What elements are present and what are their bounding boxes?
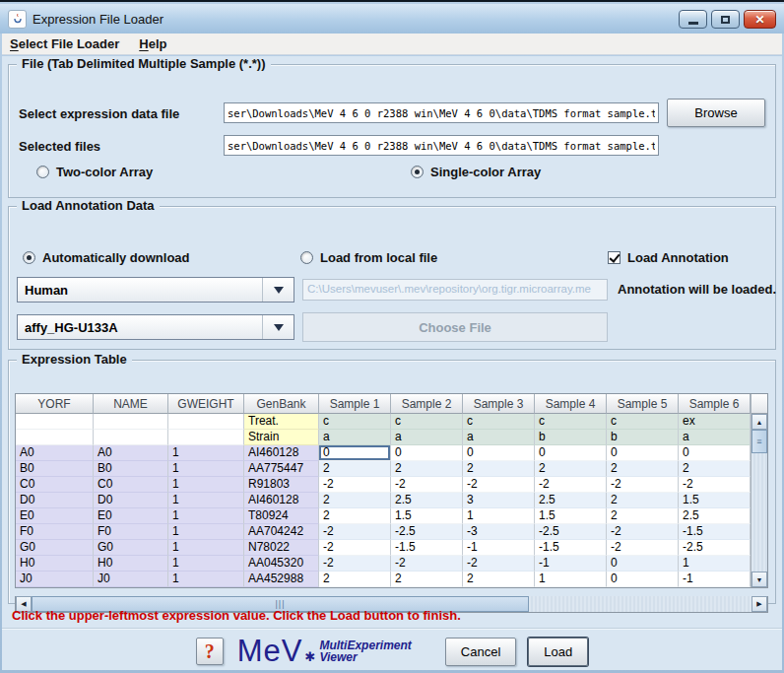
expression-value-cell[interactable]: 0 (463, 445, 535, 461)
local-file-radio[interactable]: Load from local file (300, 250, 437, 265)
gene-cell[interactable]: F0 (16, 524, 94, 540)
minimize-button[interactable] (679, 10, 707, 29)
menu-select-file-loader[interactable]: Select File Loader (10, 36, 119, 51)
column-header[interactable]: NAME (94, 394, 168, 414)
expression-value-cell[interactable]: 2.5 (391, 493, 463, 508)
gene-cell[interactable]: J0 (94, 572, 168, 587)
gene-cell[interactable]: 1 (168, 493, 244, 508)
expression-value-cell[interactable]: 2 (607, 493, 679, 508)
expression-value-cell[interactable]: 2 (319, 508, 391, 524)
expression-value-cell[interactable]: 1 (463, 508, 535, 524)
scroll-up-arrow[interactable]: ▲ (751, 414, 767, 430)
cancel-button[interactable]: Cancel (445, 638, 516, 666)
annotation-value-cell[interactable]: a (463, 430, 535, 445)
annotation-value-cell[interactable]: a (391, 430, 463, 445)
column-header[interactable]: Sample 6 (679, 394, 751, 414)
scroll-down-arrow[interactable]: ▼ (751, 572, 767, 587)
annotation-value-cell[interactable]: c (607, 414, 679, 430)
gene-cell[interactable]: AI460128 (244, 445, 319, 461)
array-combobox[interactable]: affy_HG-U133A (17, 314, 294, 340)
expression-value-cell[interactable]: 0 (607, 556, 679, 572)
expression-value-cell[interactable]: 0 (535, 445, 607, 461)
expression-value-cell[interactable]: -1.5 (535, 540, 607, 556)
expression-value-cell[interactable]: -2.5 (535, 524, 607, 540)
expression-value-cell[interactable]: 2 (391, 461, 463, 477)
annotation-value-cell[interactable]: b (535, 430, 607, 445)
gene-cell[interactable]: B0 (94, 461, 168, 477)
gene-cell[interactable]: 1 (168, 461, 244, 477)
expression-value-cell[interactable]: -2 (607, 540, 679, 556)
gene-cell[interactable]: H0 (94, 556, 168, 572)
expression-value-cell[interactable]: 2.5 (535, 493, 607, 508)
expression-value-cell[interactable]: -2 (535, 477, 607, 493)
expression-value-cell[interactable]: -2.5 (391, 524, 463, 540)
gene-cell[interactable]: 1 (168, 508, 244, 524)
gene-cell[interactable]: AA045320 (244, 556, 319, 572)
expression-value-cell[interactable]: 2 (463, 572, 535, 587)
expression-value-cell[interactable]: 0 (391, 445, 463, 461)
expression-value-cell[interactable]: -1 (463, 540, 535, 556)
expression-value-cell[interactable]: -3 (463, 524, 535, 540)
gene-cell[interactable]: AI460128 (244, 493, 319, 508)
maximize-button[interactable] (711, 10, 740, 29)
gene-cell[interactable]: 1 (168, 445, 244, 461)
expression-value-cell[interactable]: 1.5 (391, 508, 463, 524)
expression-value-cell[interactable]: -2 (319, 540, 391, 556)
expression-value-cell[interactable]: 3 (463, 493, 535, 508)
expression-value-cell[interactable]: 0 (319, 445, 391, 461)
annotation-label-cell[interactable]: Strain (244, 430, 319, 445)
gene-cell[interactable]: B0 (16, 461, 94, 477)
column-header[interactable]: GWEIGHT (168, 394, 244, 414)
expression-value-cell[interactable]: -2 (607, 524, 679, 540)
horizontal-scrollbar-track[interactable] (529, 596, 751, 612)
single-color-radio[interactable]: Single-color Array (411, 165, 541, 179)
vertical-scrollbar-thumb[interactable]: ≡ (751, 430, 767, 453)
column-header[interactable]: Sample 4 (535, 394, 607, 414)
expression-value-cell[interactable]: -1 (679, 572, 751, 587)
gene-cell[interactable]: C0 (16, 477, 94, 493)
expression-value-cell[interactable]: -2 (463, 556, 535, 572)
scroll-right-arrow[interactable]: ▶ (751, 596, 767, 612)
gene-cell[interactable]: 1 (168, 572, 244, 587)
expression-value-cell[interactable]: 2 (535, 461, 607, 477)
gene-cell[interactable]: T80924 (244, 508, 319, 524)
expression-value-cell[interactable]: 1 (679, 556, 751, 572)
expression-value-cell[interactable]: -1.5 (391, 540, 463, 556)
expression-value-cell[interactable]: 0 (679, 445, 751, 461)
annotation-label-cell[interactable]: Treat. (244, 414, 319, 430)
expression-value-cell[interactable]: 2 (319, 461, 391, 477)
annotation-value-cell[interactable]: a (319, 430, 391, 445)
gene-cell[interactable]: E0 (94, 508, 168, 524)
expression-value-cell[interactable]: -2 (391, 477, 463, 493)
gene-cell[interactable]: H0 (16, 556, 94, 572)
vertical-scrollbar-track[interactable] (751, 453, 767, 572)
gene-cell[interactable]: 1 (168, 540, 244, 556)
gene-cell[interactable]: D0 (16, 493, 94, 508)
expression-value-cell[interactable]: -1.5 (679, 524, 751, 540)
annotation-value-cell[interactable]: b (607, 430, 679, 445)
column-header[interactable]: Sample 2 (391, 394, 463, 414)
column-header[interactable]: Sample 1 (319, 394, 391, 414)
gene-cell[interactable]: N78022 (244, 540, 319, 556)
column-header[interactable]: GenBank (244, 394, 319, 414)
vertical-scrollbar[interactable]: ▲ ≡ ▼ (751, 394, 767, 587)
expression-value-cell[interactable]: 2 (391, 572, 463, 587)
gene-cell[interactable]: AA775447 (244, 461, 319, 477)
chevron-down-icon[interactable] (262, 278, 294, 302)
expression-value-cell[interactable]: 2 (319, 493, 391, 508)
expression-value-cell[interactable]: 2 (679, 461, 751, 477)
gene-cell[interactable]: F0 (94, 524, 168, 540)
gene-cell[interactable]: A0 (94, 445, 168, 461)
expression-value-cell[interactable]: 2 (607, 461, 679, 477)
gene-cell[interactable]: AA704242 (244, 524, 319, 540)
annotation-value-cell[interactable]: a (679, 430, 751, 445)
selected-files-input[interactable] (224, 135, 659, 156)
chevron-down-icon[interactable] (262, 315, 294, 339)
annotation-value-cell[interactable]: ex (679, 414, 751, 430)
gene-cell[interactable]: 1 (168, 556, 244, 572)
annotation-value-cell[interactable]: c (535, 414, 607, 430)
close-button[interactable]: ✕ (744, 10, 776, 29)
expression-value-cell[interactable]: 0 (607, 572, 679, 587)
annotation-value-cell[interactable]: c (391, 414, 463, 430)
gene-cell[interactable]: J0 (16, 572, 94, 587)
